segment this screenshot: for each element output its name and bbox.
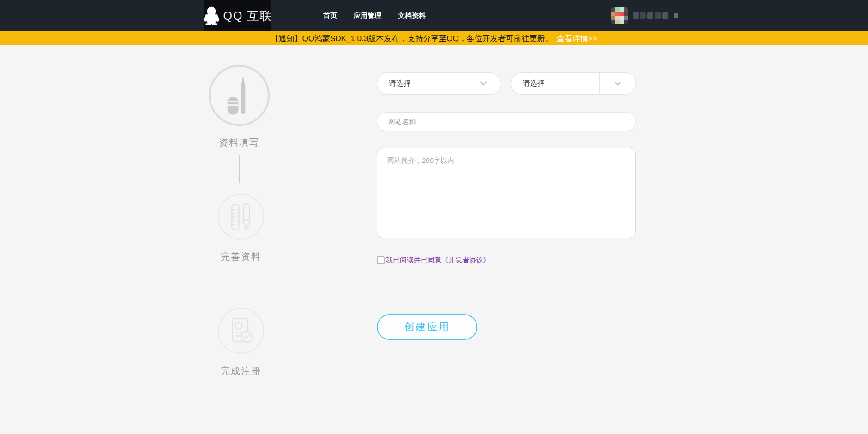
create-app-button[interactable]: 创建应用 [377,314,477,340]
form-divider [377,280,636,280]
step-label-complete-info: 完善资料 [190,250,292,263]
category-select-2[interactable]: 请选择 [511,72,636,95]
site-name-input[interactable] [377,112,636,131]
pen-eraser-icon [222,74,256,117]
nav-item-home[interactable]: 首页 [323,12,337,20]
category-select-1-value: 请选择 [377,73,465,94]
agreement-row: 我已阅读并已同意《开发者协议》 [377,256,490,265]
avatar[interactable] [611,7,628,24]
step-circle-fill-info [209,65,270,126]
step-label-finish-register: 完成注册 [190,365,292,377]
chevron-down-icon [599,73,635,94]
qq-penguin-icon [204,6,219,25]
step-label-fill-info: 资料填写 [188,137,290,149]
username-redacted [633,12,678,19]
site-description-textarea[interactable] [377,148,636,238]
ruler-pen-icon [228,202,254,232]
chevron-down-icon [465,73,501,94]
main-nav: 首页 应用管理 文档资料 [323,0,426,31]
step-connector [239,155,240,183]
id-card-check-icon [227,316,255,345]
notice-bar: 【通知】QQ鸿蒙SDK_1.0.3版本发布，支持分享至QQ，各位开发者可前往更新… [0,31,868,45]
nav-item-app-management[interactable]: 应用管理 [354,12,381,20]
qq-connect-logo[interactable]: QQ 互联 [204,0,271,31]
step-circle-complete-info [218,194,264,240]
category-select-2-value: 请选择 [511,73,599,94]
step-circle-finish-register [218,308,264,354]
agreement-label[interactable]: 我已阅读并已同意《开发者协议》 [386,256,490,265]
step-connector [241,269,241,296]
logo-text: QQ 互联 [223,8,272,24]
nav-item-docs[interactable]: 文档资料 [398,12,426,20]
user-account-area[interactable] [611,0,678,31]
agreement-checkbox[interactable] [377,256,385,264]
top-header: QQ 互联 首页 应用管理 文档资料 [0,0,868,31]
notice-text: 【通知】QQ鸿蒙SDK_1.0.3版本发布，支持分享至QQ，各位开发者可前往更新… [271,33,553,44]
category-select-1[interactable]: 请选择 [377,72,501,95]
notice-details-link[interactable]: 查看详情>> [557,33,597,44]
main-content: 资料填写 完善资料 [0,45,868,434]
